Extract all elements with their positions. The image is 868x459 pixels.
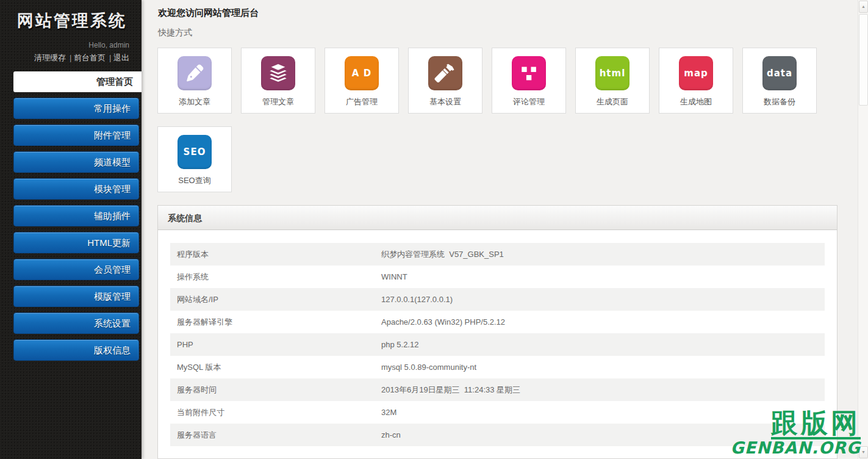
shortcut-label: 评论管理	[513, 96, 545, 107]
system-info-table: 程序版本 织梦内容管理系统 V57_GBK_SP1 操作系统 WINNT 网站域…	[158, 230, 837, 458]
table-row: 操作系统 WINNT	[170, 266, 825, 288]
info-value: 2013年6月19日星期三 11:24:33 星期三	[381, 385, 520, 396]
tile-glyph-text: SEO	[184, 146, 206, 157]
page-title: 欢迎您访问网站管理后台	[158, 7, 838, 19]
data-icon: data	[762, 56, 797, 90]
front-home-link[interactable]: 前台首页	[66, 53, 106, 62]
sidebar-item[interactable]: 模版管理	[13, 286, 139, 307]
sidebar-item[interactable]: 附件管理	[13, 125, 139, 146]
sidebar-item[interactable]: 频道模型	[13, 151, 139, 173]
info-label: 程序版本	[170, 249, 381, 260]
scroll-up-button[interactable]: ▲	[859, 1, 868, 13]
table-row: PHP php 5.2.12	[170, 333, 825, 356]
app-window: 网站管理系统 Hello, admin 清理缓存前台首页退出 管理首页 常用操作…	[0, 0, 868, 459]
info-label: 服务器语言	[170, 430, 381, 441]
scrollbar-thumb[interactable]	[859, 14, 868, 106]
hammer-icon	[428, 56, 462, 90]
shortcut-card[interactable]: 基本设置	[408, 48, 482, 114]
tile-glyph-text: A D	[352, 68, 371, 79]
sidebar-item[interactable]: 会员管理	[13, 259, 139, 280]
shortcut-label: 基本设置	[429, 96, 461, 107]
info-value: zh-cn	[381, 430, 401, 439]
app-title: 网站管理系统	[17, 10, 142, 32]
tile-glyph-text: map	[684, 68, 708, 79]
sidebar: 网站管理系统 Hello, admin 清理缓存前台首页退出 管理首页 常用操作…	[0, 0, 142, 459]
info-label: 网站域名/IP	[170, 294, 381, 305]
shortcut-card[interactable]: 添加文章	[157, 48, 232, 114]
info-value: php 5.2.12	[381, 340, 418, 349]
main-content: 欢迎您访问网站管理后台 快捷方式 添加文章 管理文章 A D 广告管理	[142, 0, 858, 459]
sidebar-item[interactable]: 版权信息	[13, 339, 139, 361]
table-row: 当前附件尺寸 32M	[170, 401, 825, 424]
seo-icon: SEO	[178, 135, 212, 169]
sidebar-item-admin-home-active[interactable]: 管理首页	[13, 71, 142, 92]
greeting-text: Hello, admin	[0, 41, 142, 49]
tile-glyph-text: html	[600, 68, 626, 79]
info-value: 织梦内容管理系统 V57_GBK_SP1	[381, 249, 504, 260]
table-row: 服务器时间 2013年6月19日星期三 11:24:33 星期三	[170, 378, 825, 401]
panel-title: 系统信息	[158, 206, 837, 230]
info-label: 操作系统	[170, 272, 381, 283]
shortcut-grid: 添加文章 管理文章 A D 广告管理 基本设置	[157, 48, 817, 192]
shortcut-card[interactable]: A D 广告管理	[325, 48, 399, 114]
shortcut-card[interactable]: data 数据备份	[742, 48, 817, 114]
shortcut-label: 数据备份	[764, 96, 795, 107]
ad-icon: A D	[345, 56, 379, 90]
shortcut-label: 生成页面	[597, 96, 628, 107]
system-info-panel: 系统信息 程序版本 织梦内容管理系统 V57_GBK_SP1 操作系统 WINN…	[157, 205, 838, 459]
logout-link[interactable]: 退出	[106, 53, 129, 62]
sidebar-menu: 常用操作 附件管理 频道模型 模块管理 辅助插件 HTML更新 会员管理 模版管…	[0, 98, 142, 361]
stack-icon	[261, 56, 295, 90]
table-row: 网站域名/IP 127.0.0.1(127.0.0.1)	[170, 288, 825, 311]
shortcut-card[interactable]: SEO SEO查询	[157, 126, 232, 192]
info-value: mysql 5.0.89-community-nt	[381, 363, 476, 372]
info-label: MySQL 版本	[170, 362, 381, 373]
shortcuts-section-title: 快捷方式	[158, 27, 838, 38]
table-row: 服务器解译引擎 Apache/2.0.63 (Win32) PHP/5.2.12	[170, 311, 825, 333]
shortcut-card[interactable]: map 生成地图	[659, 48, 733, 114]
map-icon: map	[679, 56, 713, 90]
shortcut-card[interactable]: html 生成页面	[575, 48, 650, 114]
sidebar-item[interactable]: 常用操作	[13, 98, 139, 119]
sidebar-quick-links: 清理缓存前台首页退出	[0, 52, 142, 63]
info-value: WINNT	[381, 272, 407, 281]
table-row: MySQL 版本 mysql 5.0.89-community-nt	[170, 356, 825, 378]
info-value: 32M	[381, 408, 396, 417]
table-row: 服务器语言 zh-cn	[170, 424, 825, 446]
info-label: PHP	[170, 340, 381, 349]
shortcut-card[interactable]: 管理文章	[241, 48, 315, 114]
shortcut-label: 广告管理	[346, 96, 378, 107]
sidebar-item[interactable]: HTML更新	[13, 232, 139, 253]
sidebar-item[interactable]: 模块管理	[13, 178, 139, 200]
shortcut-label: 添加文章	[179, 96, 210, 107]
vertical-scrollbar[interactable]: ▲ ▼	[858, 0, 868, 459]
info-label: 服务器解译引擎	[170, 317, 381, 328]
clear-cache-link[interactable]: 清理缓存	[34, 53, 66, 62]
shortcut-label: 管理文章	[262, 96, 294, 107]
info-label: 服务器时间	[170, 385, 381, 396]
table-row: 程序版本 织梦内容管理系统 V57_GBK_SP1	[170, 243, 825, 266]
scroll-down-button[interactable]: ▼	[859, 446, 868, 458]
sidebar-item[interactable]: 辅助插件	[13, 205, 139, 226]
shortcut-label: SEO查询	[178, 175, 210, 186]
sidebar-item[interactable]: 系统设置	[13, 313, 139, 334]
pen-icon	[178, 56, 212, 90]
info-value: 127.0.0.1(127.0.0.1)	[381, 295, 453, 304]
tile-glyph-text: data	[767, 68, 792, 79]
comments-icon	[512, 56, 546, 90]
info-label: 当前附件尺寸	[170, 407, 381, 418]
shortcut-card[interactable]: 评论管理	[492, 48, 566, 114]
shortcut-label: 生成地图	[680, 96, 712, 107]
html-icon: html	[595, 56, 629, 90]
info-value: Apache/2.0.63 (Win32) PHP/5.2.12	[381, 317, 505, 327]
